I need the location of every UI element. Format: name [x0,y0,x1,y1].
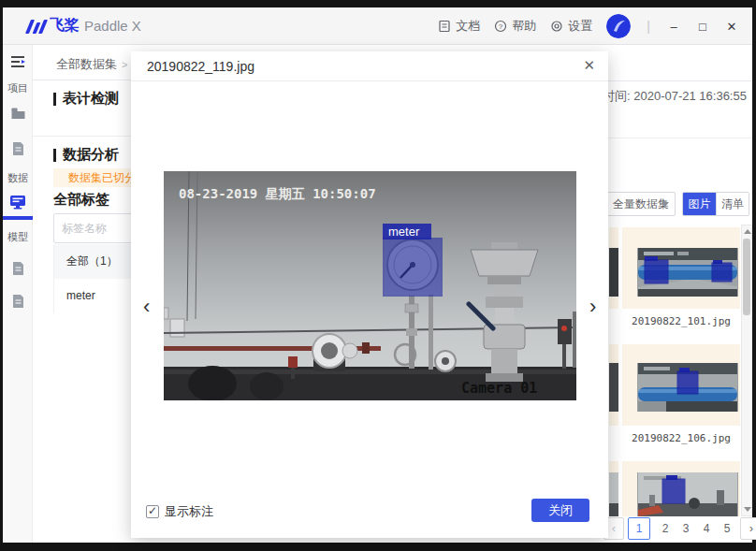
camera-label-text: Camera 01 [461,380,537,397]
annotation-label-text: meter [388,225,420,239]
thumbnail-filename[interactable]: 20190822_101.jpg [622,315,740,327]
docs-menu-item[interactable]: 文档 [438,18,480,35]
paddlex-logo: 飞桨 Paddle X [28,16,141,36]
rail-group-project: 项目 [3,81,33,95]
thumbnail-filename[interactable]: 20190822_106.jpg [622,432,740,444]
pagination-page-1[interactable]: 1 [628,517,650,540]
modal-close-button[interactable]: 关闭 [531,499,589,522]
modal-title: 20190822_119.jpg [147,59,254,74]
rail-item-dataset-active[interactable] [3,195,33,214]
image-preview-modal: 20190822_119.jpg ✕ ‹ › [131,51,608,538]
rail-group-data: 数据 [3,171,33,185]
analysis-title-text: 数据分析 [63,146,119,164]
section-bar [53,93,56,106]
panel-divider [608,138,752,138]
thumbnail-image[interactable] [637,472,738,516]
document-icon [438,20,451,33]
file-icon [12,294,24,309]
view-image-button[interactable]: 图片 [683,193,716,215]
rail-item-project-detail[interactable] [3,141,33,160]
pagination-next-button[interactable]: › [740,517,756,540]
gear-icon [550,20,563,33]
thumbnail-image-partial[interactable] [609,363,618,412]
titlebar-divider: | [647,19,650,34]
modal-close-icon[interactable]: ✕ [583,57,595,74]
logo-text-en: Paddle X [84,18,141,34]
breadcrumb-separator: > [122,59,127,70]
rail-active-indicator [3,216,33,220]
rail-item-model-train[interactable] [3,261,33,280]
dataset-scope-select[interactable]: 全量数据集 [604,192,676,216]
scroll-down-icon[interactable] [744,507,751,512]
pagination-page-3[interactable]: 3 [676,517,695,540]
titlebar: 飞桨 Paddle X 文档 ? 帮助 设置 | [3,7,752,45]
collapse-menu-button[interactable] [3,53,33,74]
breadcrumb-root[interactable]: 全部数据集 [56,57,117,71]
help-icon: ? [494,20,507,33]
checkbox-label: 显示标注 [165,503,213,520]
rail-item-model-eval[interactable] [3,294,33,312]
scrollbar-thumb[interactable] [743,239,750,315]
thumbnail-image[interactable] [637,248,738,297]
image-timestamp-text: 08-23-2019 星期五 10:50:07 [179,186,376,201]
left-rail: 项目 数据 模型 [3,45,33,543]
carousel-next-icon[interactable]: › [589,297,596,317]
file-icon [12,261,24,276]
help-menu-item[interactable]: ? 帮助 [494,18,536,35]
hamburger-icon [9,53,26,70]
pagination: ‹ 1 2 3 4 5 › [608,517,752,542]
maximize-button[interactable]: □ [695,20,710,34]
app-window: 飞桨 Paddle X 文档 ? 帮助 设置 | [0,0,756,551]
create-time-text: 时间: 2020-07-21 16:36:55 [603,88,747,105]
window-close-button[interactable]: ✕ [724,20,739,34]
preview-image[interactable]: meter 08-23-2019 星期五 10:50:07 Camera 01 [164,171,576,400]
view-list-button[interactable]: 清单 [716,193,749,215]
checkbox-checked-icon[interactable] [146,505,159,518]
help-label: 帮助 [512,18,536,35]
settings-label: 设置 [568,18,592,35]
rail-group-model: 模型 [3,230,33,244]
logo-text-cn: 飞桨 [50,16,80,36]
settings-menu-item[interactable]: 设置 [550,18,592,35]
dataset-monitor-icon [8,195,27,210]
carousel-prev-icon[interactable]: ‹ [143,297,150,317]
section-bar [53,149,56,162]
thumbnail-image-partial[interactable] [609,472,618,516]
paddle-logo-icon [28,19,45,34]
all-labels-title: 全部标签 [53,191,109,209]
dataset-panel: 全部数据集>表计 表计检测 数据分析 数据集已切分 全部标签 全部（1） met… [33,45,145,543]
docs-label: 文档 [456,18,480,35]
scroll-up-icon[interactable] [744,229,751,234]
section-divider [33,136,145,137]
dataset-scope-value: 全量数据集 [613,197,669,210]
breadcrumb-row: 全部数据集>表计 [33,45,145,80]
analysis-section-title: 数据分析 [53,146,119,164]
view-toggle: 图片 清单 [682,192,749,216]
scrollbar[interactable] [741,225,752,516]
thumbnail-image-partial[interactable] [609,248,618,297]
dataset-browser-panel: 时间: 2020-07-21 16:36:55 全量数据集 图片 清单 [608,45,752,543]
project-title-text: 表计检测 [63,90,119,108]
modal-header: 20190822_119.jpg ✕ [131,51,608,81]
pagination-page-2[interactable]: 2 [656,517,675,540]
chevron-down-icon [662,202,669,207]
pagination-page-4[interactable]: 4 [697,517,716,540]
annotation-bbox [384,239,442,296]
user-avatar[interactable] [606,14,631,38]
panel-divider [608,80,752,81]
rail-item-project-list[interactable] [3,107,33,124]
svg-text:?: ? [499,22,503,31]
file-icon [12,141,24,156]
pagination-page-5[interactable]: 5 [718,517,736,540]
project-section-title: 表计检测 [53,90,119,108]
folder-icon [10,107,26,121]
app-frame: 飞桨 Paddle X 文档 ? 帮助 设置 | [3,7,752,543]
show-annotation-checkbox[interactable]: 显示标注 [146,503,213,520]
thumbnail-image[interactable] [637,363,738,412]
minimize-button[interactable]: – [666,20,681,34]
